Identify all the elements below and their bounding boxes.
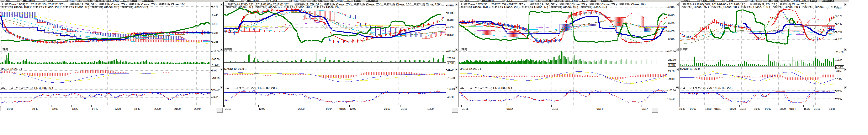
svg-text:12:00: 12:00	[350, 107, 356, 110]
svg-text:45.00: 45.00	[212, 96, 218, 99]
svg-text:( 14, 3, 80, 20 ): ( 14, 3, 80, 20 )	[255, 87, 277, 89]
svg-text:-9.00: -9.00	[668, 78, 675, 81]
svg-text:21.00: 21.00	[668, 70, 675, 73]
svg-text:01/17: 01/17	[642, 107, 648, 110]
svg-text:12:00: 12:00	[427, 107, 434, 110]
svg-text:×: ×	[212, 63, 213, 66]
svg-text:25.00: 25.00	[447, 68, 454, 71]
svg-text:23.50: 23.50	[836, 70, 842, 73]
svg-text:12/08: 12/08	[507, 0, 513, 2]
svg-text:800: 800	[802, 0, 806, 2]
svg-text:01/12: 01/12	[225, 107, 231, 110]
svg-text:( Close, 20 ): ( Close, 20 )	[236, 6, 256, 8]
svg-text:16:30: 16:30	[779, 107, 786, 110]
svg-text:, 2012/01/06 - 2012/01/17 ): , 2012/01/06 - 2012/01/17 )	[710, 3, 748, 6]
svg-text:8,440: 8,440	[668, 22, 675, 25]
svg-text:, 2012/01/06 - 2012/01/17 ): , 2012/01/06 - 2012/01/17 )	[254, 3, 292, 6]
svg-text:( Close, 75 ): ( Close, 75 )	[334, 3, 354, 6]
svg-text:100: 100	[671, 63, 675, 66]
svg-text:01/16: 01/16	[339, 107, 346, 110]
svg-text:225mini 12/03( 60: 225mini 12/03( 60	[686, 3, 708, 6]
svg-text:01/11: 01/11	[714, 107, 721, 110]
svg-text:( Close, 5 ): ( Close, 5 )	[266, 6, 284, 8]
svg-text:650.00: 650.00	[447, 50, 455, 53]
svg-text:01/14: 01/14	[789, 107, 796, 110]
svg-text:ィ: ィ	[26, 87, 27, 89]
svg-text:01/17: 01/17	[401, 107, 407, 110]
svg-text:225mini: 225mini	[486, 0, 495, 2]
svg-text:( 9, 26, 52 ): ( 9, 26, 52 )	[760, 3, 780, 6]
svg-text:18:40: 18:40	[134, 107, 140, 110]
svg-text:12:00: 12:00	[52, 107, 58, 110]
svg-text:800: 800	[123, 0, 126, 2]
svg-text:( Close, 5 ): ( Close, 5 )	[73, 6, 92, 8]
svg-text:8,440: 8,440	[836, 22, 842, 25]
svg-text:100.00: 100.00	[447, 88, 455, 90]
svg-text:( Close, 40 ): ( Close, 40 )	[561, 6, 581, 8]
svg-text:8,475: 8,475	[668, 14, 675, 17]
svg-text:225mini: 225mini	[27, 0, 35, 2]
svg-text:( Close, 10 ): ( Close, 10 )	[169, 3, 185, 6]
svg-text:8,475: 8,475	[836, 14, 842, 17]
svg-text:16:30: 16:30	[730, 107, 736, 110]
svg-text:( 14, 3, 80, 20 ): ( 14, 3, 80, 20 )	[711, 87, 733, 89]
svg-text:8,475: 8,475	[447, 11, 454, 14]
svg-text:800: 800	[346, 0, 350, 2]
svg-text:( Close, 75 ): ( Close, 75 )	[599, 3, 619, 6]
svg-text:8,510: 8,510	[668, 6, 675, 9]
svg-text:100.00: 100.00	[668, 89, 676, 92]
svg-text:ィ: ィ	[485, 87, 486, 89]
svg-text:16:30: 16:30	[679, 107, 685, 110]
svg-text:( Close, 10 ): ( Close, 10 )	[629, 3, 646, 6]
svg-text:( 9, 26, 52 ): ( 9, 26, 52 )	[80, 3, 99, 6]
svg-text:40.00: 40.00	[836, 59, 842, 62]
svg-text:100.00: 100.00	[212, 88, 219, 91]
svg-text:-15.00: -15.00	[447, 77, 455, 80]
svg-text:12/08: 12/08	[48, 0, 54, 2]
svg-text:01/14: 01/14	[326, 107, 332, 110]
svg-text:01/07: 01/07	[690, 107, 696, 110]
svg-text:, 2012/01/06 - 2012/01/17 ): , 2012/01/06 - 2012/01/17 )	[490, 3, 527, 6]
svg-text:8,415: 8,415	[212, 22, 218, 26]
svg-text:( Close, 75 ): ( Close, 75 )	[139, 3, 159, 6]
svg-text:16:30: 16:30	[804, 107, 810, 110]
svg-text:100: 100	[450, 62, 454, 64]
svg-text:8,405: 8,405	[668, 30, 675, 33]
svg-text:( Close, 150 ): ( Close, 150 )	[12, 6, 33, 8]
svg-text:800.00: 800.00	[668, 50, 676, 53]
svg-text:( Close, 20 ): ( Close, 20 )	[502, 6, 522, 8]
svg-text:( Close, 25 ): ( Close, 25 )	[591, 6, 607, 8]
svg-text:( Close, 10 ): ( Close, 10 )	[721, 6, 741, 8]
svg-text:20:00: 20:00	[298, 107, 305, 110]
svg-text:100: 100	[215, 63, 218, 66]
svg-text:( 14, 3, 80, 20 ): ( 14, 3, 80, 20 )	[32, 87, 53, 89]
svg-text:( Close, 75 ): ( Close, 75 )	[790, 3, 806, 6]
svg-text:10:40: 10:40	[32, 107, 38, 110]
svg-text:8,405: 8,405	[836, 30, 842, 33]
svg-text:ィ: ィ	[705, 87, 706, 89]
svg-text:8,385: 8,385	[212, 32, 218, 34]
svg-text:( Close, 20 ): ( Close, 20 )	[43, 6, 63, 8]
svg-text:225mini 12/03( 5: 225mini 12/03( 5	[7, 3, 27, 6]
svg-text:200.00: 200.00	[447, 57, 455, 60]
svg-text:8,475: 8,475	[212, 5, 218, 8]
svg-text:-4.00: -4.00	[836, 78, 842, 80]
svg-text:MACD( 12, 26, 9 ): MACD( 12, 26, 9 )	[224, 68, 246, 71]
svg-text:, 2012/01/13 - 2012/01/17 ): , 2012/01/13 - 2012/01/17 )	[30, 3, 67, 6]
svg-text:22:40: 22:40	[194, 107, 200, 110]
svg-text:8,370: 8,370	[668, 38, 675, 41]
svg-text:13:20: 13:20	[72, 107, 78, 110]
svg-text:12/08: 12/08	[727, 0, 733, 2]
svg-text:( Close, 20 ): ( Close, 20 )	[782, 6, 803, 8]
svg-text:165.00: 165.00	[212, 58, 219, 61]
svg-text:8,370: 8,370	[447, 34, 454, 37]
svg-text:1000: 1000	[838, 66, 843, 69]
svg-text:8,510: 8,510	[447, 4, 454, 7]
svg-text:16:30: 16:30	[705, 107, 712, 110]
svg-text:01/12: 01/12	[740, 107, 746, 110]
svg-text:01/16: 01/16	[7, 107, 13, 110]
svg-text:×: ×	[836, 66, 837, 69]
svg-text:01/11: 01/11	[462, 107, 468, 110]
svg-text:01/12: 01/12	[506, 107, 513, 110]
svg-text:( 9, 26, 52 ): ( 9, 26, 52 )	[304, 3, 324, 6]
